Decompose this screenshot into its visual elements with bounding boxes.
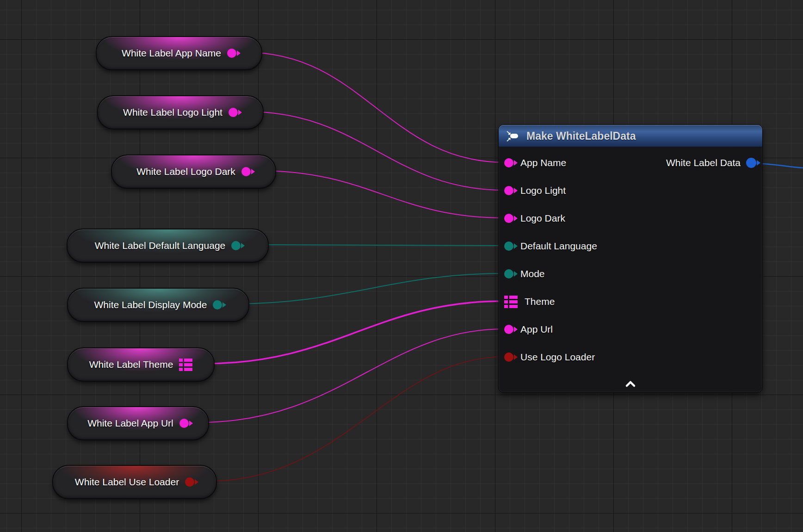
- wire-logo-dark[interactable]: [259, 171, 505, 218]
- string-input-pin[interactable]: [504, 325, 513, 334]
- pin-row-logo-light: Logo Light: [499, 177, 762, 204]
- wire-default-language[interactable]: [254, 245, 505, 246]
- string-output-pin[interactable]: [229, 108, 238, 117]
- variable-node-white-label-app-name[interactable]: White Label App Name: [96, 36, 262, 70]
- variable-node-label: White Label Theme: [89, 359, 173, 370]
- pin-label: App Url: [520, 324, 553, 335]
- variable-node-white-label-app-url[interactable]: White Label App Url: [67, 406, 209, 440]
- pin-label: Mode: [520, 268, 545, 279]
- string-input-pin[interactable]: [504, 186, 513, 195]
- pin-row-use-logo-loader: Use Logo Loader: [499, 343, 762, 371]
- variable-node-label: White Label App Url: [87, 418, 173, 429]
- pin-label: White Label Data: [666, 157, 741, 168]
- make-struct-icon: ↘↗: [506, 130, 521, 142]
- string-input-pin[interactable]: [504, 158, 513, 167]
- pin-row-default-language: Default Language: [499, 232, 762, 260]
- wire-display-mode[interactable]: [230, 273, 505, 304]
- pin-label: Logo Light: [520, 185, 566, 196]
- bool-input-pin[interactable]: [504, 353, 513, 362]
- string-input-pin[interactable]: [504, 214, 513, 223]
- node-body: App Name Logo Light Logo Dark Default La…: [499, 147, 762, 371]
- pin-row-mode: Mode: [499, 260, 762, 288]
- string-output-pin[interactable]: [179, 419, 189, 428]
- enum-input-pin[interactable]: [504, 241, 513, 251]
- pin-row-theme: Theme: [499, 288, 762, 315]
- struct-input-pin-icon[interactable]: [504, 296, 518, 308]
- wire-use-loader[interactable]: [209, 357, 505, 481]
- variable-node-white-label-default-language[interactable]: White Label Default Language: [67, 229, 269, 263]
- struct-output-pin[interactable]: [746, 158, 756, 168]
- wire-app-url[interactable]: [200, 329, 505, 422]
- chevron-up-icon: [624, 380, 637, 388]
- blueprint-graph-canvas[interactable]: White Label App Name White Label Logo Li…: [0, 0, 803, 532]
- variable-node-white-label-use-loader[interactable]: White Label Use Loader: [52, 465, 217, 499]
- variable-node-white-label-display-mode[interactable]: White Label Display Mode: [67, 288, 249, 322]
- node-title: Make WhiteLabelData: [526, 130, 636, 142]
- enum-output-pin[interactable]: [231, 241, 241, 250]
- struct-output-pin-icon[interactable]: [179, 359, 192, 371]
- variable-node-white-label-logo-light[interactable]: White Label Logo Light: [97, 95, 264, 130]
- string-output-pin[interactable]: [227, 49, 236, 58]
- pin-label: Default Language: [520, 241, 597, 252]
- variable-node-white-label-theme[interactable]: White Label Theme: [67, 347, 215, 382]
- variable-node-label: White Label Logo Dark: [136, 166, 235, 177]
- string-output-pin[interactable]: [241, 167, 251, 176]
- variable-node-label: White Label Use Loader: [75, 476, 179, 488]
- variable-node-label: White Label Logo Light: [123, 107, 222, 118]
- pin-row-white-label-data: White Label Data: [666, 155, 756, 171]
- pin-label: App Name: [520, 157, 566, 168]
- make-whitelabeldata-node[interactable]: ↘↗ Make WhiteLabelData App Name Logo Lig…: [498, 124, 763, 393]
- wire-logo-light[interactable]: [246, 111, 505, 190]
- bool-output-pin[interactable]: [185, 477, 194, 487]
- variable-node-white-label-logo-dark[interactable]: White Label Logo Dark: [111, 155, 276, 189]
- pin-label: Use Logo Loader: [520, 352, 595, 363]
- pin-row-app-url: App Url: [499, 315, 762, 343]
- wire-theme[interactable]: [205, 301, 503, 364]
- variable-node-label: White Label Default Language: [95, 240, 226, 251]
- enum-output-pin[interactable]: [213, 300, 222, 309]
- pin-row-logo-dark: Logo Dark: [499, 204, 762, 232]
- pin-label: Logo Dark: [520, 213, 565, 224]
- node-header[interactable]: ↘↗ Make WhiteLabelData: [499, 125, 762, 147]
- enum-input-pin[interactable]: [504, 269, 513, 278]
- pin-label: Theme: [525, 296, 555, 307]
- variable-node-label: White Label App Name: [122, 48, 221, 59]
- variable-node-label: White Label Display Mode: [94, 299, 207, 310]
- expand-node-button[interactable]: [618, 377, 642, 390]
- wire-app-name[interactable]: [245, 52, 505, 162]
